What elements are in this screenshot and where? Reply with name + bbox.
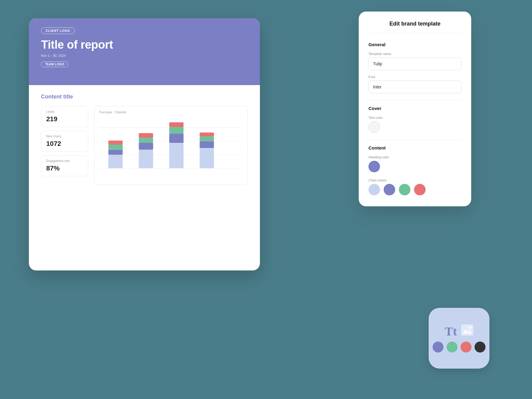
svg-rect-13 [169, 133, 184, 143]
heading-color-row: Heading color [368, 155, 461, 172]
chart-colors-row-container: Chart colors [368, 178, 461, 195]
report-preview-card: CLIENT LOGO Title of report Nov 1 - 30, … [29, 18, 260, 270]
chart-color-swatch-1[interactable] [368, 184, 380, 195]
template-name-label: Template name [368, 52, 461, 56]
brand-icon-widget: Tt [429, 308, 489, 369]
panel-title: Edit brand template [368, 21, 461, 33]
brand-icon-bottom [433, 342, 485, 353]
svg-rect-14 [169, 127, 184, 133]
svg-point-22 [469, 326, 472, 329]
chart-color-swatch-3[interactable] [399, 184, 410, 195]
cover-section: Cover Text color [368, 106, 461, 133]
brand-icon-top: Tt [445, 324, 473, 339]
heading-color-swatch[interactable] [368, 161, 380, 172]
general-heading: General [368, 42, 461, 47]
content-section: Content Heading color Chart colors [368, 145, 461, 195]
metric-value-new-users: 1072 [46, 140, 83, 148]
svg-rect-16 [200, 148, 214, 168]
svg-rect-5 [108, 150, 123, 155]
font-field-group: Font [368, 75, 461, 93]
cover-text-color-swatch[interactable] [368, 121, 380, 133]
report-cover: CLIENT LOGO Title of report Nov 1 - 30, … [29, 18, 260, 85]
svg-rect-9 [139, 143, 153, 150]
metric-label-leads: Leads [46, 110, 83, 113]
team-logo-badge: TEAM LOGO [41, 61, 68, 67]
font-input[interactable] [368, 81, 461, 93]
chart-container [99, 118, 243, 178]
team-logo-text: TEAM LOGO [45, 63, 64, 66]
chart-title: Purchase · Channel [99, 111, 243, 114]
client-logo-badge: CLIENT LOGO [41, 27, 75, 34]
svg-rect-10 [139, 138, 153, 143]
brand-dot-3 [461, 342, 472, 353]
text-color-row: Text color [368, 116, 461, 133]
chart-color-swatch-4[interactable] [414, 184, 426, 195]
client-logo-text: CLIENT LOGO [46, 29, 70, 33]
svg-rect-8 [139, 150, 153, 168]
chart-color-swatch-2[interactable] [384, 184, 395, 195]
metric-label-engagement: Engagament rate [46, 159, 83, 163]
svg-rect-15 [169, 122, 184, 127]
brand-dot-4 [475, 342, 485, 353]
metrics-column: Leads 219 New Users 1072 Engagament rate… [41, 106, 88, 185]
brand-tt-label: Tt [445, 324, 457, 339]
general-section: General Template name Font [368, 42, 461, 93]
metric-card-new-users: New Users 1072 [41, 131, 88, 152]
section-divider-cover [368, 100, 461, 100]
chart-colors-label: Chart colors [368, 178, 461, 182]
brand-dot-2 [447, 342, 458, 353]
svg-rect-7 [108, 141, 123, 145]
svg-rect-20 [461, 325, 473, 335]
svg-rect-4 [108, 155, 123, 168]
text-color-label: Text color [368, 116, 461, 119]
metric-value-engagement: 87% [46, 164, 83, 172]
section-divider-content [368, 139, 461, 140]
brand-dot-1 [433, 342, 444, 353]
svg-rect-6 [108, 145, 123, 150]
report-body: Leads 219 New Users 1072 Engagament rate… [41, 106, 248, 185]
metric-label-new-users: New Users [46, 135, 83, 138]
content-heading: Content [368, 145, 461, 150]
svg-rect-12 [169, 143, 184, 168]
template-name-input[interactable] [368, 57, 461, 70]
brand-image-icon [461, 325, 473, 338]
chart-colors-swatches [368, 184, 461, 195]
bar-chart [99, 118, 243, 178]
font-label: Font [368, 75, 461, 79]
chart-area: Purchase · Channel [94, 106, 248, 185]
report-date: Nov 1 - 30, 2024 [41, 54, 248, 57]
edit-brand-panel: Edit brand template General Template nam… [359, 12, 471, 206]
report-content: Content title Leads 219 New Users 1072 E… [29, 85, 260, 194]
svg-rect-18 [200, 136, 214, 141]
svg-rect-17 [200, 141, 214, 148]
svg-rect-19 [200, 132, 214, 136]
cover-heading: Cover [368, 106, 461, 111]
report-title: Title of report [41, 38, 248, 51]
metric-card-leads: Leads 219 [41, 106, 88, 127]
metric-card-engagement: Engagament rate 87% [41, 155, 88, 176]
svg-rect-11 [139, 133, 153, 138]
template-name-field-group: Template name [368, 52, 461, 70]
heading-color-label: Heading color [368, 155, 461, 159]
content-section-title: Content title [41, 94, 248, 100]
metric-value-leads: 219 [46, 115, 83, 123]
